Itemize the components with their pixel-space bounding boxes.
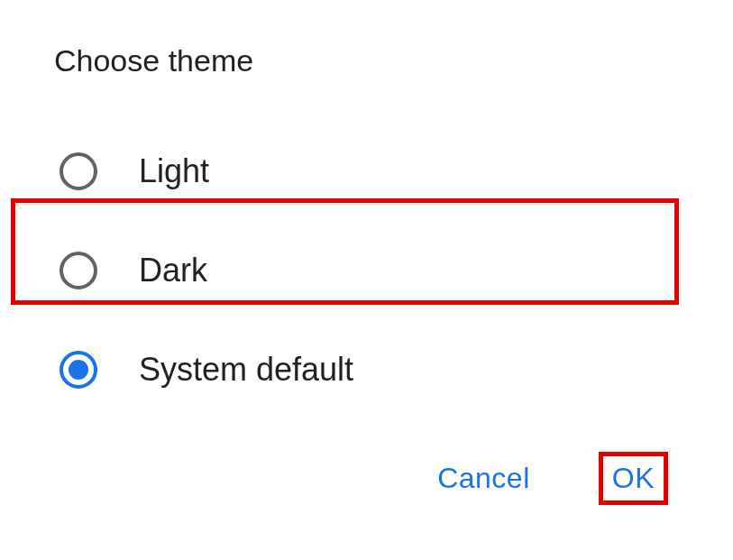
dialog-title: Choose theme — [54, 43, 679, 78]
radio-icon-selected — [60, 351, 97, 389]
option-label: System default — [139, 351, 353, 389]
radio-icon — [60, 252, 97, 289]
ok-highlight-box: OK — [599, 452, 668, 505]
theme-option-system-default[interactable]: System default — [54, 320, 679, 419]
theme-options: Light Dark System default — [54, 122, 679, 419]
theme-option-light[interactable]: Light — [54, 122, 679, 221]
option-label: Dark — [139, 252, 207, 289]
cancel-button[interactable]: Cancel — [425, 453, 543, 504]
theme-option-dark[interactable]: Dark — [54, 221, 679, 320]
option-label: Light — [139, 152, 209, 190]
dialog-actions: Cancel OK — [54, 452, 679, 505]
radio-icon — [60, 152, 97, 190]
ok-button[interactable]: OK — [603, 456, 664, 500]
choose-theme-dialog: Choose theme Light Dark System default C… — [0, 0, 733, 541]
